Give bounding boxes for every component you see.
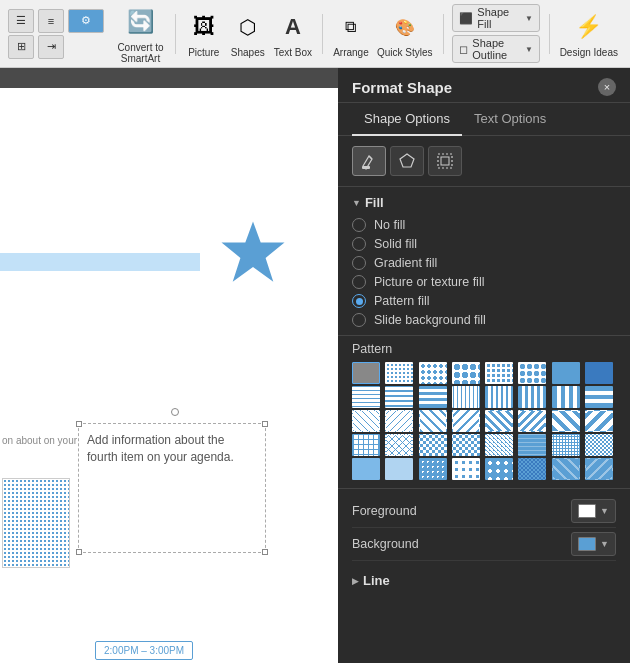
rotate-handle[interactable] bbox=[171, 408, 179, 416]
foreground-swatch bbox=[578, 504, 596, 518]
pattern-grid bbox=[352, 362, 616, 480]
agenda-textbox[interactable]: Add information about the fourth item on… bbox=[78, 423, 266, 553]
background-color-picker[interactable]: ▼ bbox=[571, 532, 616, 556]
toolbar-divider-2 bbox=[322, 14, 323, 54]
pattern-cell-19[interactable] bbox=[452, 410, 480, 432]
pattern-cell-7[interactable] bbox=[585, 362, 613, 384]
pattern-cell-17[interactable] bbox=[385, 410, 413, 432]
picture-button[interactable]: 🖼 Picture bbox=[186, 9, 222, 58]
shape-fill-chevron: ▼ bbox=[525, 14, 533, 23]
slide-bg-fill-label: Slide background fill bbox=[374, 313, 486, 327]
pattern-cell-29[interactable] bbox=[518, 434, 546, 456]
design-ideas-button[interactable]: ⚡ Design Ideas bbox=[560, 9, 618, 58]
gradient-fill-option[interactable]: Gradient fill bbox=[352, 256, 616, 270]
line-section-arrow: ▶ bbox=[352, 576, 359, 586]
pattern-cell-33[interactable] bbox=[385, 458, 413, 480]
pattern-cell-21[interactable] bbox=[518, 410, 546, 432]
shape-outline-button[interactable]: ◻ Shape Outline ▼ bbox=[452, 35, 540, 63]
pattern-cell-10[interactable] bbox=[419, 386, 447, 408]
corner-handle-tr[interactable] bbox=[262, 421, 268, 427]
picture-fill-option[interactable]: Picture or texture fill bbox=[352, 275, 616, 289]
pattern-cell-15[interactable] bbox=[585, 386, 613, 408]
pattern-cell-6[interactable] bbox=[552, 362, 580, 384]
corner-handle-tl[interactable] bbox=[76, 421, 82, 427]
pattern-cell-30[interactable] bbox=[552, 434, 580, 456]
pattern-cell-31[interactable] bbox=[585, 434, 613, 456]
pattern-cell-26[interactable] bbox=[419, 434, 447, 456]
pattern-cell-38[interactable] bbox=[552, 458, 580, 480]
pattern-cell-27[interactable] bbox=[452, 434, 480, 456]
picture-fill-label: Picture or texture fill bbox=[374, 275, 484, 289]
pattern-cell-35[interactable] bbox=[452, 458, 480, 480]
pattern-cell-25[interactable] bbox=[385, 434, 413, 456]
pattern-fill-label: Pattern fill bbox=[374, 294, 430, 308]
star-shape[interactable] bbox=[218, 218, 288, 288]
corner-handle-br[interactable] bbox=[262, 549, 268, 555]
pattern-cell-32[interactable] bbox=[352, 458, 380, 480]
fg-bg-section: Foreground ▼ Background ▼ bbox=[338, 488, 630, 565]
pattern-cell-4[interactable] bbox=[485, 362, 513, 384]
solid-fill-radio[interactable] bbox=[352, 237, 366, 251]
main-toolbar: ☰ ≡ ⚙ ⊞ ⇥ 🔄 Convert to SmartArt 🖼 Pictur… bbox=[0, 0, 630, 68]
solid-fill-option[interactable]: Solid fill bbox=[352, 237, 616, 251]
pattern-cell-2[interactable] bbox=[419, 362, 447, 384]
slide-bg-fill-option[interactable]: Slide background fill bbox=[352, 313, 616, 327]
pattern-cell-13[interactable] bbox=[518, 386, 546, 408]
corner-handle-bl[interactable] bbox=[76, 549, 82, 555]
shape-outline-icon: ◻ bbox=[459, 43, 468, 56]
tab-shape-options[interactable]: Shape Options bbox=[352, 103, 462, 136]
pattern-cell-16[interactable] bbox=[352, 410, 380, 432]
pattern-cell-9[interactable] bbox=[385, 386, 413, 408]
pattern-fill-option[interactable]: Pattern fill bbox=[352, 294, 616, 308]
textbox-button[interactable]: A Text Box bbox=[274, 9, 312, 58]
line-section-header[interactable]: ▶ Line bbox=[338, 565, 630, 596]
gradient-fill-radio[interactable] bbox=[352, 256, 366, 270]
shape-properties-icon-btn[interactable] bbox=[390, 146, 424, 176]
smartart-icon[interactable]: ⚙ bbox=[68, 9, 104, 33]
pattern-cell-14[interactable] bbox=[552, 386, 580, 408]
pattern-cell-23[interactable] bbox=[585, 410, 613, 432]
pattern-fill-radio[interactable] bbox=[352, 294, 366, 308]
layout-icon[interactable]: ⊞ bbox=[8, 35, 34, 59]
tab-text-options[interactable]: Text Options bbox=[462, 103, 558, 136]
background-label: Background bbox=[352, 537, 419, 551]
bullet-list-icon[interactable]: ≡ bbox=[38, 9, 64, 33]
pattern-cell-22[interactable] bbox=[552, 410, 580, 432]
pattern-cell-28[interactable] bbox=[485, 434, 513, 456]
svg-rect-4 bbox=[438, 154, 452, 168]
size-properties-icon-btn[interactable] bbox=[428, 146, 462, 176]
no-fill-radio[interactable] bbox=[352, 218, 366, 232]
pattern-cell-20[interactable] bbox=[485, 410, 513, 432]
indent-icon[interactable]: ⇥ bbox=[38, 35, 64, 59]
pattern-cell-11[interactable] bbox=[452, 386, 480, 408]
slide-canvas: on about on your Add information about t… bbox=[0, 68, 338, 663]
pattern-cell-24[interactable] bbox=[352, 434, 380, 456]
convert-to-smartart-button[interactable]: 🔄 Convert to SmartArt bbox=[116, 4, 165, 64]
foreground-color-picker[interactable]: ▼ bbox=[571, 499, 616, 523]
pattern-cell-36[interactable] bbox=[485, 458, 513, 480]
slide-bg-fill-radio[interactable] bbox=[352, 313, 366, 327]
panel-close-button[interactable]: × bbox=[598, 78, 616, 96]
arrange-button[interactable]: ⧉ Arrange bbox=[333, 9, 369, 58]
fill-effects-icon-btn[interactable] bbox=[352, 146, 386, 176]
pattern-cell-37[interactable] bbox=[518, 458, 546, 480]
small-dot-rectangle bbox=[2, 478, 70, 568]
pattern-cell-1[interactable] bbox=[385, 362, 413, 384]
pattern-cell-5[interactable] bbox=[518, 362, 546, 384]
pattern-cell-12[interactable] bbox=[485, 386, 513, 408]
fill-section-header[interactable]: ▼ Fill bbox=[338, 187, 630, 214]
pattern-cell-8[interactable] bbox=[352, 386, 380, 408]
slide-side-text: on about on your bbox=[2, 433, 77, 448]
shapes-button[interactable]: ⬡ Shapes bbox=[230, 9, 266, 58]
quick-styles-button[interactable]: 🎨 Quick Styles bbox=[377, 9, 433, 58]
picture-fill-radio[interactable] bbox=[352, 275, 366, 289]
shape-fill-button[interactable]: ⬛ Shape Fill ▼ bbox=[452, 4, 540, 32]
pattern-cell-0[interactable] bbox=[352, 362, 380, 384]
pattern-cell-39[interactable] bbox=[585, 458, 613, 480]
pattern-cell-3[interactable] bbox=[452, 362, 480, 384]
pattern-cell-34[interactable] bbox=[419, 458, 447, 480]
numbered-list-icon[interactable]: ☰ bbox=[8, 9, 34, 33]
no-fill-option[interactable]: No fill bbox=[352, 218, 616, 232]
main-area: on about on your Add information about t… bbox=[0, 68, 630, 663]
pattern-cell-18[interactable] bbox=[419, 410, 447, 432]
